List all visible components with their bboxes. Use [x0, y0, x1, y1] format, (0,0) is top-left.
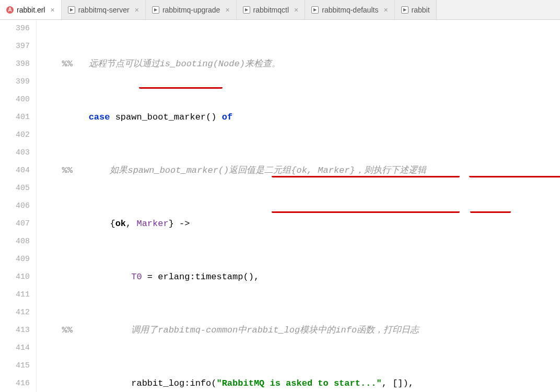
code-line[interactable]: %% 调用了rabbitmq-common中rabbit_log模块中的info…: [42, 322, 560, 339]
code-text: = erlang:timestamp(),: [142, 272, 259, 282]
code-text: , []),: [382, 378, 414, 388]
line-num: 400: [0, 91, 30, 109]
line-num: 398: [0, 55, 30, 73]
annotation-underline: [469, 175, 560, 177]
line-num: 408: [0, 233, 30, 251]
close-icon[interactable]: ×: [50, 6, 54, 14]
comment-text: 远程节点可以通过is_booting(Node)来检查。: [89, 59, 281, 69]
comment-marker: %%: [62, 165, 73, 175]
line-num: 406: [0, 197, 30, 215]
modified-icon: A: [6, 6, 14, 14]
code-line[interactable]: %% 远程节点可以通过is_booting(Node)来检查。: [42, 55, 560, 73]
variable: Marker: [136, 219, 168, 229]
line-num: 410: [0, 268, 30, 286]
line-num: 412: [0, 304, 30, 322]
keyword: case: [89, 112, 110, 122]
comment-text: 调用了rabbitmq-common中rabbit_log模块中的info函数，…: [131, 325, 419, 335]
tab-label: rabbitmq-upgrade: [162, 6, 220, 14]
comment-marker: %%: [62, 59, 73, 69]
code-text: rabbit_log:info(: [131, 378, 216, 388]
line-num: 403: [0, 144, 30, 162]
line-num: 414: [0, 339, 30, 357]
close-icon[interactable]: ×: [135, 6, 139, 14]
line-num: 396: [0, 20, 30, 38]
line-num: 411: [0, 286, 30, 304]
code-area[interactable]: %% 远程节点可以通过is_booting(Node)来检查。 case spa…: [42, 20, 560, 392]
comment-marker: %%: [62, 325, 73, 335]
tab-label: rabbitmq-defaults: [322, 6, 378, 14]
tab-rabbit[interactable]: rabbit: [395, 0, 437, 19]
line-num: 401: [0, 109, 30, 126]
atom: ok: [115, 219, 126, 229]
tab-label: rabbitmqctl: [253, 6, 289, 14]
script-icon: [152, 6, 159, 14]
tab-rabbitmq-server[interactable]: rabbitmq-server ×: [62, 0, 146, 19]
code-line[interactable]: rabbit_log:info("RabbitMQ is asked to st…: [42, 375, 560, 392]
keyword: of: [222, 112, 232, 122]
comment-text: 如果spawn_boot_marker()返回值是二元组{ok, Marker}…: [110, 165, 426, 175]
code-editor[interactable]: 396 397 398 399 400 401 402 403 404 405 …: [0, 20, 560, 392]
line-num: 397: [0, 38, 30, 55]
line-num: 402: [0, 126, 30, 144]
line-num: 404: [0, 162, 30, 180]
tab-label: rabbitmq-server: [78, 6, 130, 14]
close-icon[interactable]: ×: [225, 6, 229, 14]
tab-label: rabbit.erl: [17, 6, 45, 14]
line-num: 416: [0, 375, 30, 392]
tab-rabbit-erl[interactable]: A rabbit.erl ×: [0, 0, 62, 19]
tab-label: rabbit: [412, 6, 430, 14]
string: "RabbitMQ is asked to start...": [216, 378, 381, 388]
tab-rabbitmq-defaults[interactable]: rabbitmq-defaults ×: [305, 0, 394, 19]
line-num: 415: [0, 357, 30, 375]
variable: T0: [131, 272, 142, 282]
line-gutter: 396 397 398 399 400 401 402 403 404 405 …: [0, 20, 37, 392]
change-marker-strip: [37, 20, 42, 392]
line-num: 405: [0, 180, 30, 197]
line-num: 413: [0, 322, 30, 339]
annotation-underline: [470, 211, 511, 213]
annotation-underline: [272, 211, 460, 213]
line-num: 407: [0, 215, 30, 233]
script-icon: [401, 6, 409, 14]
tab-rabbitmqctl[interactable]: rabbitmqctl ×: [237, 0, 306, 19]
code-line[interactable]: {ok, Marker} ->: [42, 215, 560, 233]
script-icon: [68, 6, 75, 14]
close-icon[interactable]: ×: [383, 6, 388, 14]
line-num: 399: [0, 73, 30, 91]
script-icon: [243, 6, 250, 14]
code-line[interactable]: case spawn_boot_marker() of: [42, 109, 560, 126]
close-icon[interactable]: ×: [294, 6, 298, 14]
editor-tabs: A rabbit.erl × rabbitmq-server × rabbitm…: [0, 0, 560, 20]
tab-rabbitmq-upgrade[interactable]: rabbitmq-upgrade ×: [146, 0, 237, 19]
annotation-underline: [272, 175, 460, 177]
code-line[interactable]: T0 = erlang:timestamp(),: [42, 268, 560, 286]
script-icon: [311, 6, 319, 14]
line-num: 409: [0, 251, 30, 268]
code-text: spawn_boot_marker(): [110, 112, 221, 122]
annotation-underline: [139, 87, 223, 89]
